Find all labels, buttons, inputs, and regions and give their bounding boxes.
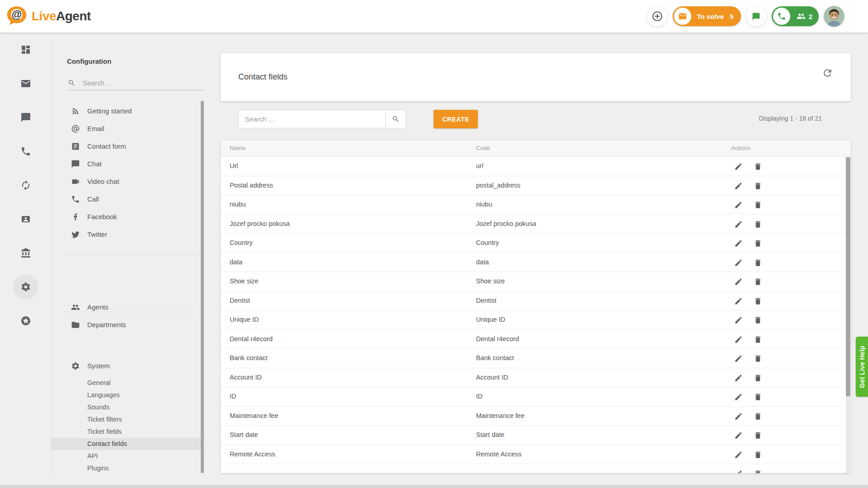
table-row-partial (221, 464, 851, 473)
horizontal-scrollbar[interactable] (0, 485, 868, 488)
table-row: Country Country (221, 234, 851, 253)
delete-icon (754, 201, 762, 209)
delete-button[interactable] (754, 374, 762, 382)
delete-button[interactable] (754, 277, 762, 286)
delete-button[interactable] (754, 335, 762, 344)
delete-button[interactable] (754, 182, 762, 190)
edit-button[interactable] (734, 412, 743, 421)
delete-button[interactable] (754, 316, 762, 324)
user-avatar[interactable] (824, 6, 844, 27)
calls-online-button[interactable]: 2 (772, 6, 819, 26)
sidebar-group-item[interactable]: Agents (52, 298, 202, 316)
sidebar-menu-item[interactable]: Video chat (52, 173, 202, 190)
phone-icon (20, 146, 31, 157)
rail-item[interactable] (0, 66, 51, 100)
rail-item[interactable] (0, 168, 51, 202)
delete-button[interactable] (754, 393, 762, 401)
refresh-button[interactable] (822, 67, 834, 79)
system-subitem[interactable]: General (52, 377, 202, 389)
sidebar-menu-item[interactable]: Email (52, 120, 202, 137)
table-search-button[interactable] (385, 110, 406, 128)
delete-button[interactable] (754, 469, 762, 473)
delete-button[interactable] (754, 297, 762, 305)
edit-button[interactable] (734, 297, 743, 305)
people-icon (797, 12, 806, 21)
sidebar-groups: Agents Departments (52, 298, 202, 333)
rail-item[interactable] (0, 270, 51, 304)
table-row: Start date Start date (221, 426, 851, 445)
edit-icon (734, 239, 743, 248)
delete-button[interactable] (754, 431, 762, 440)
rail-item[interactable] (0, 304, 51, 338)
system-subitem[interactable]: Ticket fields (52, 426, 202, 438)
chats-button[interactable] (746, 6, 767, 27)
mail-icon (20, 78, 31, 89)
create-button[interactable]: CREATE (434, 110, 478, 128)
edit-icon (734, 316, 743, 324)
edit-button[interactable] (734, 277, 743, 286)
to-solve-button[interactable]: To solve 5 (673, 6, 741, 26)
sidebar-menu-item[interactable]: Chat (52, 155, 202, 173)
mail-icon (678, 12, 687, 21)
sidebar-group-item[interactable]: Departments (52, 316, 202, 333)
sidebar-divider (64, 254, 202, 254)
table-scrollbar-thumb[interactable] (846, 157, 850, 396)
system-subitem[interactable]: Contact fields (52, 438, 202, 450)
sidebar-scrollbar-thumb[interactable] (201, 101, 204, 473)
sidebar-menu-item[interactable]: Getting started (52, 102, 202, 120)
sidebar-menu-item[interactable]: Call (52, 190, 202, 208)
rail-item[interactable] (0, 100, 51, 134)
system-subitem[interactable]: Sounds (52, 401, 202, 413)
delete-button[interactable] (754, 220, 762, 229)
edit-button[interactable] (734, 201, 743, 209)
delete-button[interactable] (754, 162, 762, 171)
edit-button[interactable] (734, 393, 743, 401)
edit-button[interactable] (734, 182, 743, 190)
sidebar-menu-item[interactable]: Facebook (52, 208, 202, 225)
edit-button[interactable] (734, 374, 743, 382)
edit-button[interactable] (734, 450, 743, 459)
logo-live-text: Live (32, 9, 56, 23)
system-subitem[interactable]: Languages (52, 389, 202, 401)
edit-button[interactable] (734, 220, 743, 229)
delete-button[interactable] (754, 201, 762, 209)
system-subitem[interactable]: Gamification (52, 474, 202, 476)
sidebar-divider (64, 312, 202, 312)
edit-button[interactable] (734, 469, 743, 473)
table-row: Bank contact Bank contact (221, 349, 851, 368)
rail-item[interactable] (0, 33, 51, 66)
table-row: Jozef procko pokusa Jozef procko pokusa (221, 215, 851, 234)
add-new-button[interactable] (647, 6, 668, 27)
edit-button[interactable] (734, 335, 743, 344)
edit-button[interactable] (734, 239, 743, 248)
edit-button[interactable] (734, 258, 743, 267)
delete-button[interactable] (754, 239, 762, 248)
contacts-icon (20, 214, 31, 225)
delete-button[interactable] (754, 354, 762, 363)
sidebar-menu-item[interactable]: Twitter (52, 225, 202, 243)
sidebar-menu-item[interactable]: Contact form (52, 137, 202, 155)
edit-button[interactable] (734, 316, 743, 324)
logo-agent-text: Agent (56, 9, 91, 23)
system-subitem[interactable]: Ticket filters (52, 413, 202, 426)
rail-item[interactable] (0, 134, 51, 168)
rail-item[interactable] (0, 236, 51, 270)
delete-icon (754, 182, 762, 190)
edit-button[interactable] (734, 431, 743, 440)
delete-button[interactable] (754, 258, 762, 267)
edit-button[interactable] (734, 354, 743, 363)
table-search-input[interactable] (239, 110, 385, 128)
system-subitem[interactable]: Plugins (52, 462, 202, 474)
sidebar-search-input[interactable] (83, 79, 191, 87)
system-subitem[interactable]: API (52, 450, 202, 462)
get-live-help-tab[interactable]: Get Live Help (856, 337, 868, 397)
sidebar-item-system[interactable]: System (52, 357, 202, 375)
edit-button[interactable] (734, 162, 743, 171)
column-header-code: Code (476, 145, 490, 151)
settings-icon (20, 282, 31, 292)
delete-button[interactable] (754, 412, 762, 421)
liveagent-logo[interactable]: @ LiveAgent (5, 4, 91, 28)
edit-icon (734, 393, 743, 401)
rail-item[interactable] (0, 202, 51, 236)
delete-button[interactable] (754, 450, 762, 459)
